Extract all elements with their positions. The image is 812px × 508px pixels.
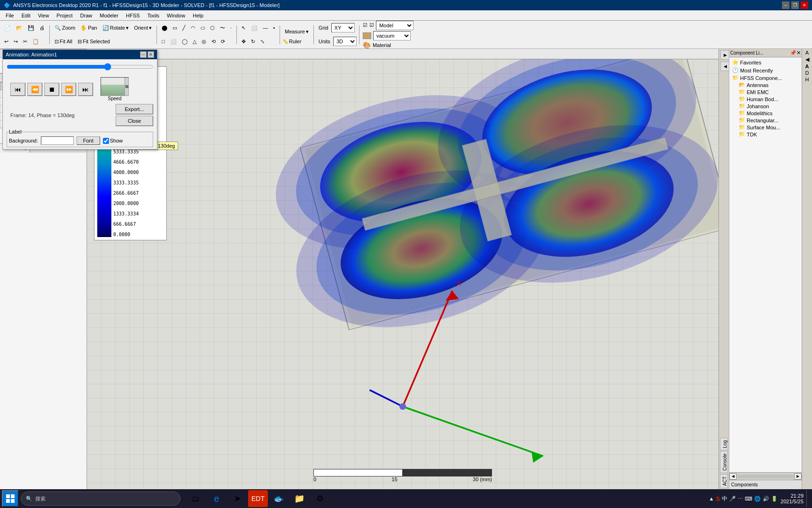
menu-view[interactable]: View [34,12,53,19]
new-btn[interactable]: 📄 [2,21,13,34]
bg-input[interactable] [41,136,74,145]
draw-cone-btn[interactable]: △ [190,35,199,48]
3d-select[interactable]: 3D [333,37,357,46]
taskbar-app-edge[interactable]: e [207,490,226,507]
taskbar-app-view[interactable]: 🗂 [186,490,206,507]
minimize-btn[interactable]: ─ [782,1,789,9]
draw-torus-btn[interactable]: ◎ [199,35,209,48]
select-btn[interactable]: ↖ [239,21,248,34]
menu-file[interactable]: File [2,12,18,19]
tray-icon-net[interactable]: 🌐 [754,496,761,502]
select-face-btn[interactable]: ⬜ [249,21,260,34]
tree-human-body[interactable]: 📁 Human Bod... [737,95,801,103]
side-btn-2[interactable]: ◀ [720,62,730,71]
tray-icon-bat[interactable]: 🔋 [771,496,778,502]
tray-icon-dots[interactable]: ⋯ [738,496,743,502]
vacuum-select[interactable]: vacuum [373,31,411,40]
play-back-btn[interactable]: ⏪ [27,83,42,96]
draw-point-btn[interactable]: · [228,21,234,34]
taskbar-app-gear[interactable]: ⚙ [310,490,330,507]
log-tab[interactable]: Log [720,438,728,451]
menu-tools[interactable]: Tools [143,12,163,19]
units-btn[interactable]: Units [316,35,333,48]
play-back-end-btn[interactable]: ⏮ [10,83,25,96]
rotate-obj-btn[interactable]: ↻ [249,35,258,48]
undo-btn[interactable]: ↩ [2,35,11,48]
draw-poly-btn[interactable]: ⬡ [208,21,217,34]
draw-rect-btn[interactable]: ▭ [170,21,180,34]
menu-project[interactable]: Project [53,12,76,19]
show-desktop-btn[interactable] [806,490,810,507]
clock[interactable]: 21:29 2021/5/25 [781,493,804,504]
draw-sphere-btn[interactable]: ◯ [180,35,190,48]
measure-btn[interactable]: Measure▾ [282,25,311,38]
comp-lib-pin[interactable]: 📌 [790,50,796,56]
tree-antennas[interactable]: 📂 Antennas [737,81,801,88]
tray-icon-s[interactable]: S [716,495,720,502]
taskbar-app-folder[interactable]: 📁 [289,490,309,507]
draw-sweep-btn[interactable]: ⟲ [209,35,218,48]
redo-btn[interactable]: ↪ [11,35,20,48]
taskbar-app-arrow[interactable]: ➤ [227,490,247,507]
save-btn[interactable]: 💾 [25,21,37,34]
menu-modeler[interactable]: Modeler [96,12,122,19]
font-btn[interactable]: Font [77,136,100,145]
draw-circle-btn[interactable]: ⬤ [159,21,170,34]
tree-hfss-components[interactable]: 📁 HFSS Compone... [730,74,801,81]
3d-view[interactable]: × E Field [V/m] 10000.00009333.33408666.… [87,59,718,489]
tree-tdk[interactable]: 📁 TDK [737,131,801,138]
restore-btn[interactable]: ❐ [791,1,799,9]
menu-edit[interactable]: Edit [18,12,34,19]
draw-ellipse-btn[interactable]: ⬭ [198,21,207,34]
draw-spline-btn[interactable]: 〜 [218,21,227,34]
draw-arc-btn[interactable]: ◠ [188,21,198,34]
move-btn[interactable]: ✥ [239,35,248,48]
tray-arrow[interactable]: ▲ [709,496,714,501]
grid-btn[interactable]: Grid [316,21,331,34]
draw-line-btn[interactable]: ╱ [180,21,188,34]
tree-most-recently[interactable]: 🕐 Most Recently [730,66,801,74]
comp-lib-scrollbar[interactable]: ◀ ▶ [729,472,802,480]
close-window-btn[interactable]: ✕ [801,1,808,9]
play-fwd-end-btn[interactable]: ⏭ [78,83,93,96]
menu-draw[interactable]: Draw [77,12,96,19]
select-vertex-btn[interactable]: • [271,21,277,34]
tray-icon-mic[interactable]: 🎤 [729,496,736,502]
scale-btn[interactable]: ⤡ [258,35,267,48]
tray-icon-zh[interactable]: 中 [722,495,727,503]
close-anim-btn[interactable]: Close [116,116,153,126]
search-bar[interactable]: 🔍 搜索 [21,492,180,506]
anim-close-btn[interactable]: ✕ [148,51,154,58]
fit-selected-btn[interactable]: ⊟ Fit Selected [75,35,112,48]
print-btn[interactable]: 🖨 [37,21,47,34]
tray-icon-vol[interactable]: 🔊 [763,496,769,502]
zoom-btn[interactable]: 🔍 Zoom [52,21,78,34]
tree-surface-mou[interactable]: 📁 Surface Mou... [737,124,801,131]
tree-favorites[interactable]: ⭐ Favorites [730,58,801,66]
start-button[interactable] [2,490,19,507]
copy-btn[interactable]: 📋 [30,35,41,48]
pan-btn[interactable]: ✋ Pan [78,21,100,34]
comp-scroll-left[interactable]: ◀ [729,473,737,480]
menu-hfss[interactable]: HFSS [122,12,143,19]
draw-helix-btn[interactable]: ⟳ [219,35,227,48]
draw-box-btn[interactable]: □ [159,35,167,48]
select-edge-btn[interactable]: — [260,21,270,34]
play-forward-btn[interactable]: ⏩ [61,83,76,96]
menu-window[interactable]: Window [163,12,189,19]
rotate-btn[interactable]: 🔄 Rotate▾ [100,21,131,34]
show-checkbox[interactable] [103,138,109,144]
comp-lib-close[interactable]: ✕ [796,50,801,56]
taskbar-app-fish[interactable]: 🐟 [269,490,289,507]
cut-btn[interactable]: ✂ [21,35,30,48]
side-btn-1[interactable]: ▶ [720,50,730,60]
open-btn[interactable]: 📂 [14,21,25,34]
xy-select[interactable]: XYYZXZ [331,23,355,32]
comp-scroll-right[interactable]: ▶ [794,473,802,480]
draw-cyl-btn[interactable]: ⬜ [168,35,179,48]
menu-help[interactable]: Help [189,12,207,19]
tree-johanson[interactable]: 📁 Johanson [737,103,801,110]
stop-btn[interactable]: ⏹ [44,83,59,96]
orient-btn[interactable]: Orient▾ [132,21,154,34]
act-tab[interactable]: ACT [720,474,728,488]
